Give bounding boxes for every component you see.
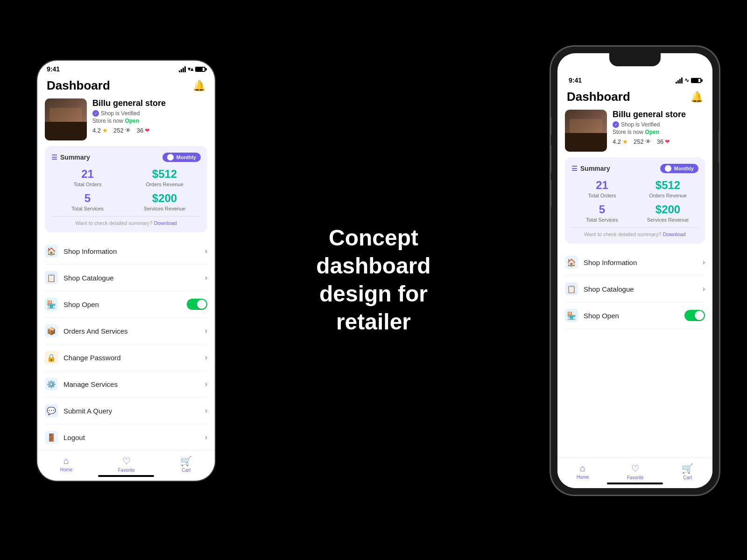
menu-item-change-password[interactable]: 🔒 Change Password › <box>45 344 207 371</box>
services-revenue-left: $200 Services Revenue <box>128 192 201 211</box>
footer-text-right: Want to check detailed summary? <box>584 231 661 237</box>
likes-value-right: 36 <box>657 138 663 145</box>
catalogue-arrow-right: › <box>703 285 705 293</box>
shop-info-text-right: Shop Information <box>584 259 637 266</box>
shop-info-arrow-right: › <box>703 258 705 266</box>
menu-item-shop-information[interactable]: 🏠 Shop Information › <box>45 238 207 265</box>
left-phone: 9:41 ▾▴ Dashboard 🔔 Billu general store <box>37 61 215 481</box>
menu-item-left-shop-info: 🏠 Shop Information <box>45 245 117 258</box>
nav-favorite-left[interactable]: ♡ Favorite <box>118 455 135 473</box>
menu-list-left: 🏠 Shop Information › 📋 Shop Catalogue › … <box>37 238 215 451</box>
menu-item-left-orders: 📦 Orders And Services <box>45 324 128 337</box>
views-stat-left: 252 👁 <box>113 127 131 134</box>
services-revenue-value-left: $200 <box>128 192 201 205</box>
favorite-nav-icon-left: ♡ <box>122 455 131 467</box>
summary-label-right: ☰ Summary <box>571 165 610 172</box>
orders-arrow: › <box>205 327 207 335</box>
views-value-left: 252 <box>113 127 124 134</box>
password-text: Change Password <box>63 354 121 362</box>
shop-info-arrow: › <box>205 247 207 255</box>
total-orders-right: 21 Total Orders <box>571 179 633 198</box>
shop-info-icon-right: 🏠 <box>565 256 578 269</box>
footer-text-left: Want to check detailed summary? <box>75 220 152 226</box>
total-services-right: 5 Total Services <box>571 203 633 223</box>
manage-arrow: › <box>205 380 207 388</box>
check-icon-right: ✓ <box>613 121 619 128</box>
menu-item-shop-open-right[interactable]: 🏪 Shop Open <box>565 302 705 329</box>
bottom-nav-right: ⌂ Home ♡ Favorite 🛒 Cart <box>557 458 712 488</box>
menu-item-left-manage: ⚙️ Manage Services <box>45 378 118 391</box>
nav-home-left[interactable]: ⌂ Home <box>60 455 73 472</box>
shop-open-toggle-right[interactable] <box>684 310 705 321</box>
monthly-toggle-left[interactable]: Monthly <box>162 153 201 162</box>
check-icon-left: ✓ <box>92 110 99 117</box>
summary-label-text-left: Summary <box>60 154 90 161</box>
phone-content-right[interactable]: Billu general store ✓ Shop is Verified S… <box>557 110 712 488</box>
catalogue-arrow: › <box>205 273 207 282</box>
orders-icon: 📦 <box>45 324 58 337</box>
logout-arrow: › <box>205 433 207 441</box>
summary-footer-left: Want to check detailed summary? Download <box>51 216 201 226</box>
menu-item-manage-services[interactable]: ⚙️ Manage Services › <box>45 371 207 398</box>
logout-text: Logout <box>63 434 85 441</box>
catalogue-icon: 📋 <box>45 271 58 284</box>
orders-revenue-left: $512 Orders Revenue <box>128 168 201 187</box>
password-arrow: › <box>205 353 207 362</box>
heart-icon-right: ❤ <box>665 138 670 145</box>
catalogue-icon-right: 📋 <box>565 282 578 295</box>
orders-key-right: Total Orders <box>571 193 633 198</box>
total-orders-left: 21 Total Orders <box>51 168 124 187</box>
summary-grid-left: 21 Total Orders $512 Orders Revenue 5 To… <box>51 168 201 211</box>
store-card-left: Billu general store ✓ Shop is Verified S… <box>45 98 207 140</box>
volume-down-button <box>551 180 551 208</box>
status-prefix-left: Store is now <box>92 118 125 124</box>
summary-label-left: ☰ Summary <box>51 154 90 161</box>
bell-icon-right[interactable]: 🔔 <box>691 91 703 103</box>
summary-card-left: ☰ Summary Monthly 21 Total Orders $512 O… <box>45 146 207 232</box>
menu-item-shop-open[interactable]: 🏪 Shop Open <box>45 291 207 318</box>
rating-stat-left: 4.2 ★ <box>92 127 108 134</box>
menu-item-logout[interactable]: 🚪 Logout › <box>45 424 207 451</box>
shop-open-toggle[interactable] <box>187 299 207 310</box>
manage-text: Manage Services <box>63 380 118 388</box>
menu-item-left-logout: 🚪 Logout <box>45 431 85 444</box>
menu-item-orders-services[interactable]: 📦 Orders And Services › <box>45 318 207 344</box>
menu-item-left-shop-open: 🏪 Shop Open <box>45 298 99 311</box>
menu-item-left-query: 💬 Submit A Query <box>45 404 112 417</box>
phone-content-left[interactable]: Billu general store ✓ Shop is Verified S… <box>37 98 215 481</box>
query-text: Submit A Query <box>63 407 112 415</box>
time-left: 9:41 <box>47 65 60 73</box>
shop-info-icon: 🏠 <box>45 245 58 258</box>
wifi-icon-right: ∿ <box>684 77 689 84</box>
verified-text-left: Shop is Verified <box>101 110 140 117</box>
bell-icon-left[interactable]: 🔔 <box>193 80 205 92</box>
store-stats-right: 4.2 ★ 252 👁 36 ❤ <box>613 138 705 145</box>
nav-cart-right[interactable]: 🛒 Cart <box>682 463 693 480</box>
revenue-value-right: $512 <box>637 179 698 192</box>
query-arrow: › <box>205 406 207 415</box>
summary-icon-right: ☰ <box>571 165 578 172</box>
menu-item-shop-info-right[interactable]: 🏠 Shop Information › <box>565 249 705 276</box>
nav-home-right[interactable]: ⌂ Home <box>577 463 589 480</box>
services-revenue-right: $200 Services Revenue <box>637 203 698 223</box>
services-key-right: Total Services <box>571 217 633 223</box>
home-bar-right <box>607 483 663 484</box>
signal-icon <box>179 66 186 72</box>
volume-up-button <box>551 145 551 173</box>
favorite-nav-label-left: Favorite <box>118 468 135 473</box>
home-nav-label-left: Home <box>60 467 73 472</box>
hero-line2: design for retailer <box>319 281 428 334</box>
nav-cart-left[interactable]: 🛒 Cart <box>180 455 192 473</box>
menu-item-catalogue-right[interactable]: 📋 Shop Catalogue › <box>565 276 705 302</box>
monthly-toggle-right[interactable]: Monthly <box>660 164 698 173</box>
battery-icon <box>195 67 205 72</box>
status-prefix-right: Store is now <box>613 129 645 135</box>
menu-left-shop-info-right: 🏠 Shop Information <box>565 256 637 269</box>
views-stat-right: 252 👁 <box>634 138 651 145</box>
menu-item-shop-catalogue[interactable]: 📋 Shop Catalogue › <box>45 265 207 291</box>
download-link-right[interactable]: Download <box>663 231 686 237</box>
download-link-left[interactable]: Download <box>154 220 177 226</box>
menu-item-submit-query[interactable]: 💬 Submit A Query › <box>45 398 207 424</box>
nav-favorite-right[interactable]: ♡ Favorite <box>627 463 644 480</box>
cart-nav-icon-right: 🛒 <box>682 463 693 474</box>
